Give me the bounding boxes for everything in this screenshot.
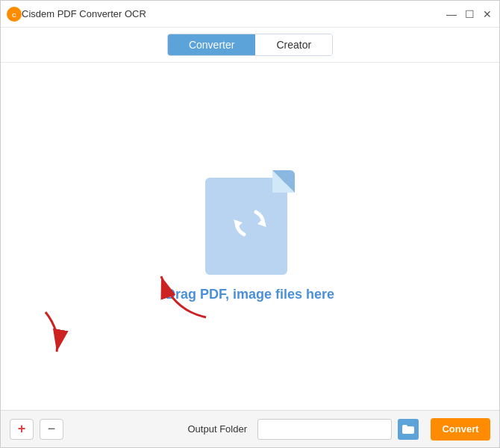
title-bar: C Cisdem PDF Converter OCR — ☐ ✕	[1, 1, 499, 28]
svg-text:C: C	[12, 11, 16, 18]
tab-bar: Converter Creator	[1, 28, 499, 63]
annotation-arrow-icon	[150, 265, 217, 325]
annotation-arrow-bottom-icon	[31, 308, 83, 361]
file-icon	[205, 170, 295, 275]
app-logo: C	[7, 7, 22, 22]
tab-converter[interactable]: Converter	[168, 34, 255, 55]
convert-button[interactable]: Convert	[431, 418, 490, 441]
convert-arrows-icon	[228, 203, 272, 249]
maximize-button[interactable]: ☐	[463, 8, 475, 20]
arrow-annotation	[150, 265, 217, 328]
tab-creator[interactable]: Creator	[255, 34, 332, 55]
app-title: Cisdem PDF Converter OCR	[22, 8, 446, 19]
remove-button[interactable]: −	[40, 419, 63, 440]
add-button[interactable]: +	[10, 419, 34, 440]
bottom-bar: + − Output Folder Convert	[1, 410, 499, 447]
app-window: C Cisdem PDF Converter OCR — ☐ ✕ Convert…	[0, 0, 500, 448]
drop-zone[interactable]: Drag PDF, image files here	[1, 63, 499, 410]
output-folder-label: Output Folder	[188, 423, 248, 435]
browse-folder-button[interactable]	[398, 419, 419, 440]
minimize-button[interactable]: —	[446, 8, 457, 20]
window-controls: — ☐ ✕	[446, 8, 493, 20]
close-button[interactable]: ✕	[481, 8, 493, 20]
folder-icon	[402, 424, 414, 435]
output-folder-input[interactable]	[257, 419, 392, 440]
svg-rect-7	[402, 425, 407, 428]
tab-group: Converter Creator	[167, 34, 333, 56]
arrow-bottom-annotation	[31, 308, 83, 364]
